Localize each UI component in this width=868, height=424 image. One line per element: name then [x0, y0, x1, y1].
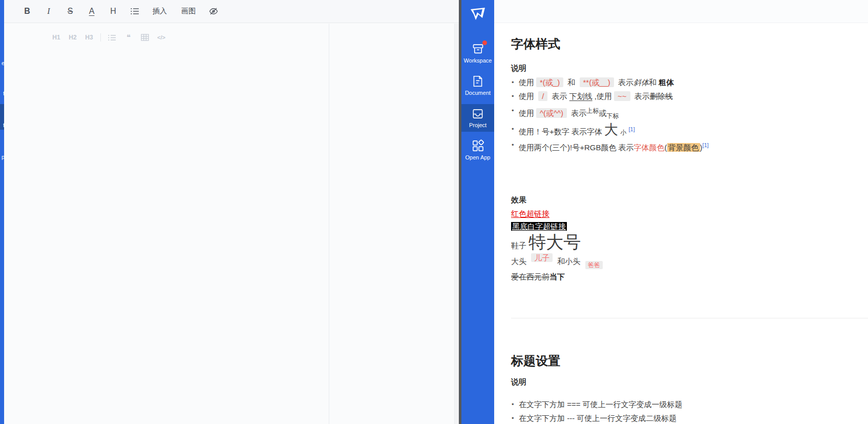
text-segment: 下标: [606, 112, 619, 119]
app-logo[interactable]: [461, 7, 494, 24]
sliver-text: t: [3, 122, 4, 128]
sliver-text: e: [2, 60, 4, 66]
effect-ruby-line: 大头 儿子 和小头 爸爸: [511, 255, 605, 269]
font-bullet-4: 使用！号+数字 表示字体 大 小 [1]: [519, 122, 635, 140]
sidebar-item-label: Workspace: [461, 57, 494, 64]
draw-button[interactable]: 画图: [180, 4, 197, 18]
code-button[interactable]: </>: [156, 32, 167, 43]
horizontal-rule: [511, 318, 868, 318]
rendered-document: 字体样式 说明 使用*(或_) 和 **(或__) 表示斜体和 粗体 使用 / …: [494, 0, 868, 424]
quote-button[interactable]: ❝: [123, 32, 134, 43]
sliver-text: t: [3, 90, 4, 96]
h3-button[interactable]: H3: [83, 32, 95, 43]
app-logo-icon: [469, 7, 486, 24]
text-segment: 使用！号+数字 表示字体: [519, 127, 604, 136]
sidebar-item-label: Document: [461, 90, 494, 96]
document-icon: [471, 74, 484, 88]
clipped-sidebar-sliver: e t t p: [0, 0, 4, 424]
insert-button[interactable]: 插入: [151, 4, 168, 18]
list-icon: [131, 8, 139, 15]
text-segment: 小: [620, 129, 626, 136]
list-button[interactable]: [130, 4, 140, 18]
section-title-font-style: 字体样式: [511, 36, 560, 52]
black-bg-hyperlink[interactable]: 黑底白字超链接: [511, 222, 567, 231]
sidebar-item-label: Project: [461, 122, 494, 128]
text-segment: 和: [565, 78, 577, 87]
open-app-icon: [471, 139, 485, 153]
editor-toolbar: B I S A H 插入 画图: [4, 0, 459, 23]
effects-label: 效果: [511, 195, 526, 205]
text-segment: 使用: [519, 92, 536, 100]
text-segment: 删除线: [650, 92, 673, 100]
text-segment: 上标: [586, 107, 599, 114]
text-segment: 斜体: [633, 78, 649, 87]
text-segment: 表示: [549, 92, 569, 100]
text-segment: 大: [604, 122, 618, 137]
text-segment: 爱在西元前: [511, 272, 549, 281]
preview-toggle-button[interactable]: [208, 4, 219, 18]
text-segment: 和小头: [555, 257, 582, 266]
h2-button[interactable]: H2: [67, 32, 78, 43]
text-segment: 爸爸: [585, 261, 603, 269]
text-segment: 字体颜色: [634, 143, 665, 152]
window-split-border[interactable]: [459, 0, 461, 424]
text-segment: 使用: [519, 78, 534, 87]
text-segment: **(或__): [580, 77, 614, 87]
format-bar-divider: [100, 33, 101, 42]
text-segment: 儿子: [531, 253, 553, 262]
text-segment: 表示: [632, 92, 650, 100]
text-segment: ^(或^^): [536, 108, 567, 118]
text-segment: /: [538, 91, 547, 101]
font-bullet-3: 使用^(或^^) 表示上标或下标: [519, 105, 619, 122]
text-segment: 在文字下方加 --- 可使上一行文字变成二级标题: [519, 414, 676, 422]
font-bullet-5: 使用两个(三个)!号+RGB颜色 表示字体颜色(背景颜色)[1]: [519, 139, 709, 153]
unordered-list-icon: [108, 34, 116, 41]
table-icon: [141, 34, 149, 41]
text-segment: *(或_): [536, 77, 563, 87]
bold-button[interactable]: B: [22, 4, 32, 18]
font-bullet-2: 使用 / 表示 下划线 ,使用~~ 表示删除线: [519, 91, 673, 102]
text-segment: 鞋子: [511, 241, 528, 250]
text-segment: 和: [649, 78, 659, 87]
preview-content: 字体样式 说明 使用*(或_) 和 **(或__) 表示斜体和 粗体 使用 / …: [494, 0, 868, 424]
heading-button[interactable]: H: [108, 4, 118, 18]
font-color-button[interactable]: A: [87, 4, 97, 18]
effect-strike-bold-line: 爱在西元前当下: [511, 272, 565, 282]
section-title-heading-setup: 标题设置: [511, 353, 560, 369]
text-segment: 表示: [569, 109, 586, 117]
editor-scrollbar[interactable]: [454, 24, 459, 424]
effect-red-link-line: 红色超链接: [511, 209, 549, 219]
red-hyperlink[interactable]: 红色超链接: [511, 209, 549, 218]
text-segment: 当下: [549, 272, 565, 281]
sidebar-item-document[interactable]: Document: [461, 74, 494, 96]
text-segment: 粗体: [659, 78, 674, 87]
unordered-list-button[interactable]: [107, 32, 118, 43]
app-sidebar: Workspace Document: [461, 0, 494, 424]
strikethrough-button[interactable]: S: [65, 4, 75, 18]
font-bullet-1: 使用*(或_) 和 **(或__) 表示斜体和 粗体: [519, 77, 674, 88]
text-segment: ~~: [614, 91, 630, 101]
sidebar-item-project[interactable]: Project: [461, 104, 494, 132]
text-segment: 或: [599, 109, 606, 117]
sidebar-item-workspace[interactable]: Workspace: [461, 42, 494, 64]
preview-window: Workspace Document: [461, 0, 868, 424]
editor-page-divider: [329, 24, 329, 424]
effect-xlarge-line: 鞋子 特大号: [511, 232, 581, 256]
italic-button[interactable]: I: [44, 4, 54, 18]
editor-window: B I S A H 插入 画图: [0, 0, 459, 424]
footnote-link-1[interactable]: [1]: [628, 126, 634, 132]
text-segment: 下划线: [569, 92, 592, 100]
text-segment: 大头: [511, 257, 528, 266]
sidebar-item-open-app[interactable]: Open App: [461, 139, 494, 160]
footnote-link-2[interactable]: [1]: [703, 142, 709, 148]
heading-bullet-1: 在文字下方加 === 可使上一行文字变成一级标题: [519, 399, 683, 410]
format-bar: H1 H2 H3 ❝ </>: [48, 32, 170, 43]
notification-badge: [482, 41, 487, 45]
table-button[interactable]: [139, 32, 151, 43]
text-segment: 特大号: [528, 232, 581, 252]
text-segment: (: [665, 143, 667, 152]
text-segment: 使用两个(三个)!号+RGB颜色 表示: [519, 143, 634, 152]
h1-button[interactable]: H1: [51, 32, 62, 43]
subheading-shuoming-2: 说明: [511, 377, 526, 387]
subheading-shuoming-1: 说明: [511, 64, 526, 73]
